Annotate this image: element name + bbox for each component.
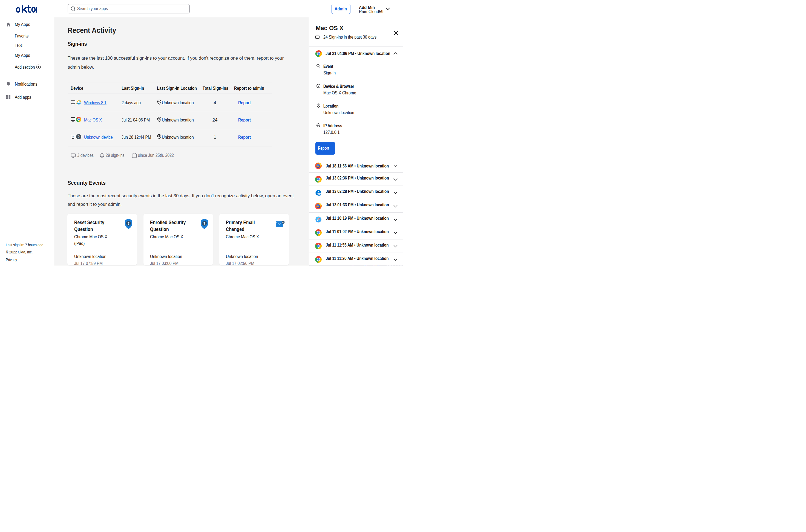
svg-text:?: ? [78,135,80,139]
svg-text:?: ? [72,135,74,138]
svg-text:?: ? [128,222,130,226]
svg-text:?: ? [203,222,206,226]
